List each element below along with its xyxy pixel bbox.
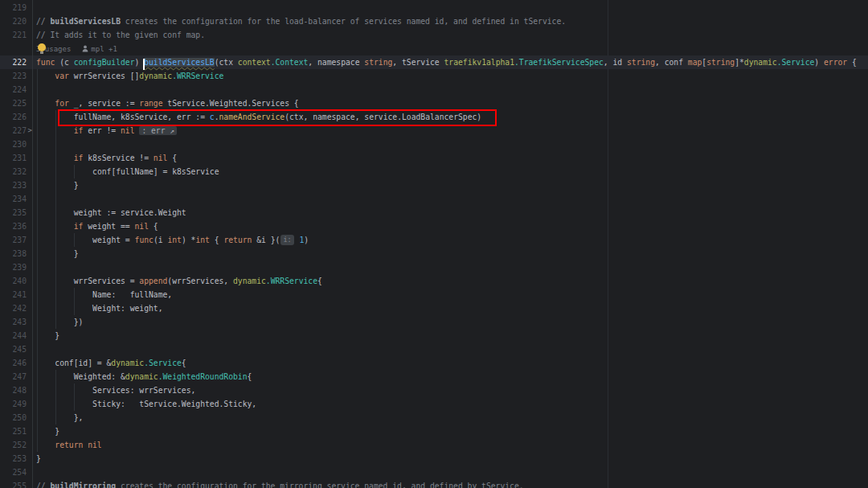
code-text: var wrrServices []dynamic.WRRService	[32, 69, 868, 83]
gutter: 246	[0, 356, 32, 370]
intention-bulb-icon[interactable]	[38, 43, 46, 51]
code-text: Sticky: tService.Weighted.Sticky,	[32, 397, 868, 411]
line-number[interactable]: 246	[0, 356, 32, 370]
gutter: 225	[0, 96, 32, 110]
indent-guide	[55, 219, 56, 233]
code-token: }	[36, 454, 41, 463]
code-text: }	[32, 452, 868, 465]
code-token: )	[304, 236, 309, 244]
line-number[interactable]: 236	[0, 219, 32, 233]
code-line[interactable]: 245	[0, 342, 868, 356]
line-number[interactable]: 230	[0, 137, 32, 151]
line-number[interactable]: 249	[0, 397, 32, 411]
code-line[interactable]: 254	[0, 465, 868, 479]
line-number[interactable]: 253	[0, 452, 32, 465]
code-line[interactable]: 244}	[0, 329, 868, 342]
code-editor: 219220// buildServicesLB creates the con…	[0, 0, 868, 488]
code-token: nil	[154, 154, 168, 162]
line-number[interactable]: 243	[0, 315, 32, 329]
code-line[interactable]: 253}	[0, 452, 868, 465]
line-number[interactable]: 235	[0, 206, 32, 219]
code-line[interactable]: 221// It adds it to the given conf map.	[0, 28, 868, 42]
code-token: }	[55, 427, 59, 436]
code-line[interactable]: 248Services: wrrServices,	[0, 383, 868, 397]
line-number[interactable]: 240	[0, 274, 32, 288]
line-number[interactable]: 248	[0, 383, 32, 397]
inlay-hint: i:	[280, 235, 293, 245]
folded-code-chip[interactable]: : err ↗	[139, 126, 177, 135]
code-token: &i }(	[252, 236, 280, 244]
line-number[interactable]: 245	[0, 342, 32, 356]
code-token: conf[fullName] = k8sService	[92, 167, 219, 176]
code-line[interactable]: 234	[0, 192, 868, 206]
code-line[interactable]: 246conf[id] = &dynamic.Service{	[0, 356, 868, 370]
line-number[interactable]: 223	[0, 69, 32, 83]
code-vision-row[interactable]: 3 usagesmpl +1	[0, 42, 868, 55]
code-line[interactable]: 251}	[0, 424, 868, 438]
code-line[interactable]: 247Weighted: &dynamic.WeightedRoundRobin…	[0, 370, 868, 383]
code-line[interactable]: 236if weight == nil {	[0, 219, 868, 233]
line-number[interactable]: 247	[0, 370, 32, 383]
code-line[interactable]: 233}	[0, 178, 868, 192]
line-number[interactable]: 221	[0, 28, 32, 42]
code-line[interactable]: 235weight := service.Weight	[0, 206, 868, 219]
line-number[interactable]: 255	[0, 479, 32, 488]
code-line[interactable]: 240wrrServices = append(wrrServices, dyn…	[0, 274, 868, 288]
code-token: .Service	[144, 359, 182, 367]
indent-guide	[37, 329, 38, 342]
code-line[interactable]: 255// buildMirroring creates the configu…	[0, 479, 868, 488]
code-token: if	[74, 126, 84, 135]
code-token: {	[149, 222, 158, 231]
line-number[interactable]: 239	[0, 260, 32, 274]
code-line[interactable]: 243})	[0, 315, 868, 329]
line-number[interactable]: 231	[0, 151, 32, 165]
code-line[interactable]: 225for _, service := range tService.Weig…	[0, 96, 868, 110]
code-line[interactable]: 237weight = func(i int) *int { return &i…	[0, 233, 868, 247]
code-token: //	[36, 17, 51, 26]
code-line[interactable]: 223var wrrServices []dynamic.WRRService	[0, 69, 868, 83]
indent-guide	[55, 260, 56, 274]
line-number[interactable]: 251	[0, 424, 32, 438]
code-line[interactable]: 224	[0, 83, 868, 96]
code-line[interactable]: 231if k8sService != nil {	[0, 151, 868, 165]
code-text: return nil	[32, 438, 868, 452]
line-number[interactable]: 242	[0, 301, 32, 315]
line-number[interactable]: 238	[0, 247, 32, 260]
code-line[interactable]: 230	[0, 137, 868, 151]
code-line[interactable]: 242Weight: weight,	[0, 301, 868, 315]
code-line[interactable]: 219	[0, 1, 868, 14]
code-line[interactable]: 238}	[0, 247, 868, 260]
line-number[interactable]: 241	[0, 288, 32, 301]
code-vision-content: 3 usagesmpl +1	[32, 42, 868, 55]
author-hint[interactable]: mpl +1	[91, 45, 117, 53]
line-number[interactable]: 232	[0, 165, 32, 178]
code-line[interactable]: 241Name: fullName,	[0, 288, 868, 301]
code-line[interactable]: 222func (c configBuilder) buildServicesL…	[0, 55, 868, 69]
code-line[interactable]: 249Sticky: tService.Weighted.Sticky,	[0, 397, 868, 411]
line-number[interactable]: 220	[0, 14, 32, 28]
code-line[interactable]: 250},	[0, 411, 868, 424]
line-number[interactable]: 254	[0, 465, 32, 479]
code-line[interactable]: 239	[0, 260, 868, 274]
line-number[interactable]: 225	[0, 96, 32, 110]
line-number[interactable]: 222	[0, 55, 32, 69]
code-line[interactable]: 252return nil	[0, 438, 868, 452]
line-number[interactable]: 244	[0, 329, 32, 342]
code-token: // It adds it to the given conf map.	[36, 31, 205, 39]
line-number[interactable]: 234	[0, 192, 32, 206]
code-token: (i	[154, 236, 168, 244]
line-number[interactable]: 226	[0, 110, 32, 124]
line-number[interactable]: 237	[0, 233, 32, 247]
gutter: 219	[0, 1, 32, 14]
indent-guide	[37, 424, 38, 438]
line-number[interactable]: 252	[0, 438, 32, 452]
code-token: {	[317, 277, 322, 285]
code-line[interactable]: 220// buildServicesLB creates the config…	[0, 14, 868, 28]
line-number[interactable]: 219	[0, 1, 32, 14]
line-number[interactable]: 233	[0, 178, 32, 192]
line-number[interactable]: 250	[0, 411, 32, 424]
gutter: 222	[0, 55, 32, 69]
gutter: 247	[0, 370, 32, 383]
code-line[interactable]: 232conf[fullName] = k8sService	[0, 165, 868, 178]
line-number[interactable]: 224	[0, 83, 32, 96]
